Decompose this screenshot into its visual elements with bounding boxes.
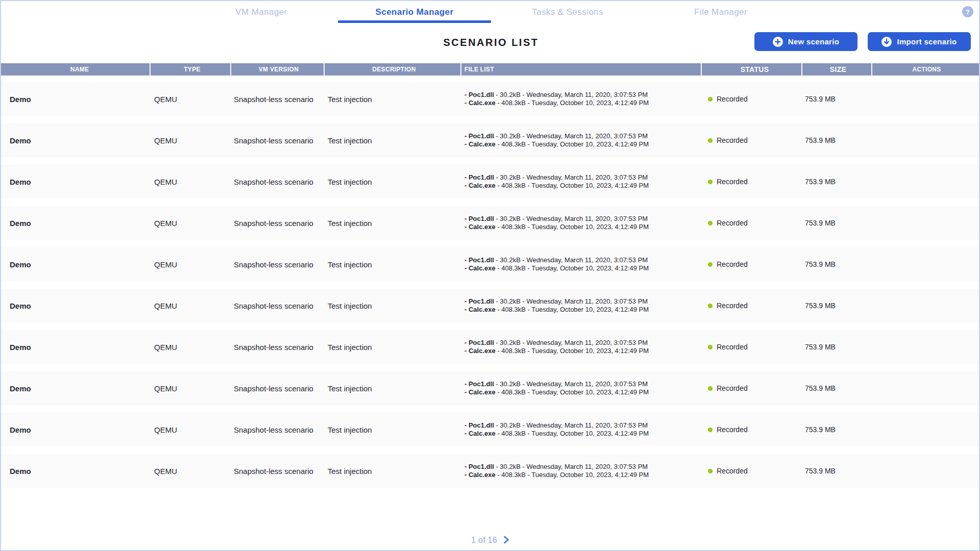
tab-label: Scenario Manager — [376, 7, 454, 17]
cell-file-list: - Poc1.dll - 30.2kB - Wednesday, March 1… — [461, 206, 702, 240]
status-dot — [708, 262, 713, 267]
tab-vm-manager[interactable]: VM Manager — [185, 1, 338, 23]
file-entry: - Poc1.dll - 30.2kB - Wednesday, March 1… — [464, 91, 648, 99]
cell-file-list: - Poc1.dll - 30.2kB - Wednesday, March 1… — [461, 165, 702, 198]
cell-type: QEMU — [151, 206, 231, 240]
cell-vm-version: Snapshot-less scenario — [231, 123, 325, 157]
cell-size: 753.9 MB — [802, 82, 872, 116]
cell-type: QEMU — [151, 330, 231, 364]
column-header-type: TYPE — [151, 63, 231, 76]
cell-actions — [872, 82, 980, 116]
cell-description: Test injection — [325, 206, 461, 240]
file-entry: - Poc1.dll - 30.2kB - Wednesday, March 1… — [464, 421, 648, 430]
tab-scenario-manager[interactable]: Scenario Manager — [338, 1, 491, 23]
cell-actions — [872, 371, 980, 405]
cell-size: 753.9 MB — [802, 371, 872, 405]
cell-description: Test injection — [325, 247, 461, 281]
new-scenario-button[interactable]: New scenario — [754, 32, 857, 51]
cell-description: Test injection — [325, 123, 461, 157]
cell-status: Recorded — [702, 454, 802, 488]
file-entry: - Poc1.dll - 30.2kB - Wednesday, March 1… — [464, 215, 648, 223]
file-entry: - Calc.exe - 408.3kB - Tuesday, October … — [464, 430, 649, 438]
import-scenario-button[interactable]: Import scenario — [868, 32, 971, 51]
cell-status: Recorded — [702, 123, 802, 157]
cell-status: Recorded — [702, 371, 802, 405]
cell-file-list: - Poc1.dll - 30.2kB - Wednesday, March 1… — [461, 289, 702, 322]
status-dot — [708, 304, 713, 308]
cell-vm-version: Snapshot-less scenario — [231, 206, 325, 240]
help-button[interactable]: ? — [962, 6, 973, 17]
table-row[interactable]: Demo QEMU Snapshot-less scenario Test in… — [1, 289, 980, 322]
cell-file-list: - Poc1.dll - 30.2kB - Wednesday, March 1… — [461, 82, 702, 116]
status-dot — [708, 221, 713, 226]
table-row[interactable]: Demo QEMU Snapshot-less scenario Test in… — [1, 123, 980, 157]
table-row[interactable]: Demo QEMU Snapshot-less scenario Test in… — [1, 330, 980, 364]
table-row[interactable]: Demo QEMU Snapshot-less scenario Test in… — [1, 82, 980, 116]
cell-name: Demo — [1, 289, 151, 322]
cell-description: Test injection — [325, 371, 461, 405]
page-indicator: 1 of 16 — [471, 536, 497, 545]
new-scenario-label: New scenario — [788, 37, 839, 46]
cell-vm-version: Snapshot-less scenario — [231, 454, 325, 488]
table-row[interactable]: Demo QEMU Snapshot-less scenario Test in… — [1, 413, 980, 446]
status-dot — [708, 138, 713, 143]
cell-size: 753.9 MB — [802, 289, 872, 322]
cell-name: Demo — [1, 247, 151, 281]
cell-status: Recorded — [702, 165, 802, 198]
status-label: Recorded — [717, 178, 748, 186]
column-header-file-list: FILE LIST — [461, 63, 702, 76]
cell-vm-version: Snapshot-less scenario — [231, 330, 325, 364]
status-label: Recorded — [717, 343, 748, 351]
help-icon: ? — [966, 8, 970, 16]
column-header-name: NAME — [1, 63, 151, 76]
cell-description: Test injection — [325, 454, 461, 488]
cell-vm-version: Snapshot-less scenario — [231, 289, 325, 322]
table-row[interactable]: Demo QEMU Snapshot-less scenario Test in… — [1, 206, 980, 240]
table-row[interactable]: Demo QEMU Snapshot-less scenario Test in… — [1, 454, 980, 488]
cell-vm-version: Snapshot-less scenario — [231, 413, 325, 446]
table-row[interactable]: Demo QEMU Snapshot-less scenario Test in… — [1, 247, 980, 281]
cell-type: QEMU — [151, 454, 231, 488]
tab-bar: VM ManagerScenario ManagerTasks & Sessio… — [185, 1, 797, 23]
column-header-status: STATUS — [702, 63, 802, 76]
cell-size: 753.9 MB — [802, 330, 872, 364]
table-header-row: NAMETYPEVM VERSIONDESCRIPTIONFILE LISTST… — [1, 63, 980, 76]
status-label: Recorded — [717, 260, 748, 268]
next-page-button[interactable] — [502, 534, 511, 547]
column-header-actions: ACTIONS — [872, 63, 980, 76]
cell-file-list: - Poc1.dll - 30.2kB - Wednesday, March 1… — [461, 330, 702, 364]
cell-type: QEMU — [151, 165, 231, 198]
table-body: Demo QEMU Snapshot-less scenario Test in… — [1, 82, 980, 495]
cell-type: QEMU — [151, 371, 231, 405]
file-entry: - Poc1.dll - 30.2kB - Wednesday, March 1… — [464, 173, 648, 182]
table-row[interactable]: Demo QEMU Snapshot-less scenario Test in… — [1, 165, 980, 198]
cell-actions — [872, 413, 980, 446]
file-entry: - Calc.exe - 408.3kB - Tuesday, October … — [464, 306, 649, 314]
cell-name: Demo — [1, 82, 151, 116]
file-entry: - Calc.exe - 408.3kB - Tuesday, October … — [464, 388, 649, 396]
status-label: Recorded — [717, 384, 748, 392]
status-dot — [708, 469, 713, 473]
file-entry: - Calc.exe - 408.3kB - Tuesday, October … — [464, 264, 649, 272]
cell-status: Recorded — [702, 247, 802, 281]
status-dot — [708, 180, 713, 184]
cell-file-list: - Poc1.dll - 30.2kB - Wednesday, March 1… — [461, 413, 702, 446]
cell-type: QEMU — [151, 82, 231, 116]
status-dot — [708, 428, 713, 432]
cell-type: QEMU — [151, 289, 231, 322]
status-label: Recorded — [717, 425, 748, 434]
tab-file-manager[interactable]: File Manager — [644, 1, 797, 23]
file-entry: - Calc.exe - 408.3kB - Tuesday, October … — [464, 347, 649, 355]
cell-file-list: - Poc1.dll - 30.2kB - Wednesday, March 1… — [461, 371, 702, 405]
file-entry: - Calc.exe - 408.3kB - Tuesday, October … — [464, 99, 649, 107]
status-dot — [708, 97, 713, 102]
active-tab-underline — [338, 20, 491, 23]
column-header-vm-version: VM VERSION — [231, 63, 325, 76]
tab-tasks-sessions[interactable]: Tasks & Sessions — [491, 1, 644, 23]
file-entry: - Poc1.dll - 30.2kB - Wednesday, March 1… — [464, 380, 648, 388]
cell-actions — [872, 247, 980, 281]
table-row[interactable]: Demo QEMU Snapshot-less scenario Test in… — [1, 371, 980, 405]
status-label: Recorded — [717, 302, 748, 310]
cell-file-list: - Poc1.dll - 30.2kB - Wednesday, March 1… — [461, 247, 702, 281]
status-dot — [708, 345, 713, 349]
